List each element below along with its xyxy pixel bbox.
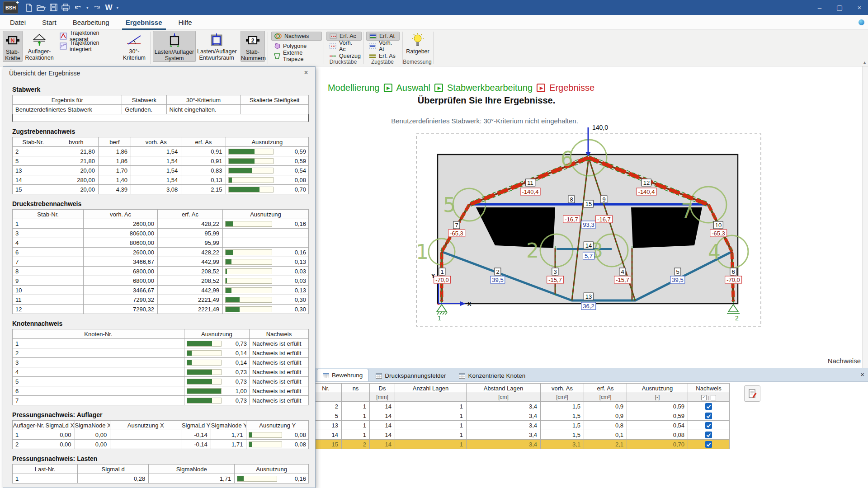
table-row[interactable]: 1520,004,393,082,150,70 — [13, 185, 309, 194]
kriterium-30-button[interactable]: 30°-Kriterium — [121, 31, 147, 61]
member-id[interactable]: 6 — [730, 268, 736, 276]
table-row[interactable]: 20,14Nachweis ist erfüllt — [13, 348, 309, 358]
table-row[interactable]: 127290,322221,490,30 — [13, 305, 309, 314]
table-row[interactable]: 117290,322221,490,30 — [13, 295, 309, 305]
redo-icon[interactable] — [93, 4, 101, 11]
customize-toolbar-icon[interactable]: ▾ — [117, 5, 119, 10]
help-icon[interactable] — [859, 19, 864, 25]
open-file-icon[interactable] — [37, 4, 46, 11]
tab-datei[interactable]: Datei — [2, 15, 34, 30]
print-icon[interactable] — [61, 4, 70, 11]
table-row[interactable]: 10,000,00-0,141,710,08 — [13, 430, 309, 440]
tab-bearbeitung[interactable]: Bearbeitung — [65, 15, 118, 30]
window-title[interactable]: Übersicht der Ergebnisse — [3, 67, 315, 79]
member-id[interactable]: 7 — [453, 221, 460, 229]
table-row[interactable]: 103466,67442,990,13 — [13, 286, 309, 295]
step-auswahl[interactable]: Auswahl — [396, 83, 430, 93]
trajektorien-integriert-button[interactable]: Trajektorien integriert — [57, 42, 113, 51]
table-row[interactable]: 10,281,710,16 — [13, 474, 309, 483]
tab-druckspannungsfelder[interactable]: Druckspannungsfelder — [370, 370, 452, 381]
nachweis-checkbox[interactable] — [705, 413, 712, 419]
table-row[interactable]: 211413,41,50,90,59 — [310, 402, 730, 411]
trajektorien-separat-button[interactable]: Trajektorien separat — [57, 32, 113, 41]
nachweise-label[interactable]: Nachweise — [828, 357, 861, 365]
table-row[interactable]: 380600,0095,99 — [13, 229, 309, 238]
vorh-ac-button[interactable]: Vorh. Ac — [326, 42, 362, 51]
member-id[interactable]: 10 — [713, 221, 723, 229]
ribbon-collapse-icon[interactable]: ▴ — [863, 60, 866, 65]
member-id[interactable]: 5 — [674, 268, 681, 276]
undo-dropdown-icon[interactable]: ▾ — [86, 5, 89, 10]
member-id[interactable]: 11 — [525, 179, 535, 187]
nachweis-checkbox[interactable] — [705, 432, 712, 438]
member-id[interactable]: 15 — [584, 200, 594, 208]
tab-start[interactable]: Start — [34, 15, 65, 30]
polygone-button[interactable]: Polygone — [271, 42, 322, 51]
table-row[interactable]: 480600,0095,99 — [13, 238, 309, 248]
ratgeber-button[interactable]: Ratgeber — [405, 31, 430, 55]
table-row[interactable]: 1311413,41,50,80,54 — [310, 421, 730, 430]
table-row[interactable]: 40,73Nachweis ist erfüllt — [13, 367, 309, 377]
lasten-auflager-entwurfsraum-button[interactable]: Lasten/AuflagerEntwurfsraum — [197, 31, 236, 61]
table-row[interactable]: 20,000,00-0,141,710,08 — [13, 440, 309, 449]
table-row[interactable]: Benutzerdefiniertes StabwerkGefunden.Nic… — [13, 105, 309, 114]
member-id[interactable]: 3 — [552, 268, 558, 276]
table-row[interactable]: 61,00Nachweis ist erfüllt — [13, 386, 309, 396]
member-id[interactable]: 14 — [584, 242, 594, 249]
tab-ergebnisse[interactable]: Ergebnisse — [118, 15, 170, 30]
word-export-icon[interactable]: W — [105, 3, 113, 12]
table-row[interactable]: 10,73Nachweis ist erfüllt — [13, 339, 309, 348]
table-row[interactable]: 73466,67442,990,13 — [13, 257, 309, 267]
stab-kraefte-button[interactable]: N Stab-Kräfte — [3, 31, 23, 62]
step-stabwerkbearbeitung[interactable]: Stabwerkbearbeitung — [447, 83, 533, 93]
table-row[interactable]: 14280,001,401,540,130,08 — [13, 175, 309, 185]
stab-nummern-button[interactable]: 2 Stab-Nummern — [241, 31, 265, 62]
tab-hilfe[interactable]: Hilfe — [170, 15, 200, 30]
table-row[interactable]: 86800,00208,520,03 — [13, 267, 309, 276]
tab-konzentrierte-knoten[interactable]: Konzentrierte Knoten — [453, 370, 531, 381]
undo-icon[interactable] — [74, 4, 82, 11]
nachweis-checkbox[interactable] — [705, 422, 712, 429]
save-icon[interactable] — [50, 4, 57, 11]
new-file-icon[interactable] — [25, 4, 33, 12]
member-id[interactable]: 13 — [584, 293, 594, 300]
step-ergebnisse[interactable]: Ergebnisse — [549, 83, 594, 93]
close-icon[interactable]: × — [302, 69, 310, 77]
externe-trapeze-button[interactable]: Externe Trapeze — [271, 52, 322, 61]
table-row[interactable]: 62600,00428,220,16 — [13, 248, 309, 257]
nachweis-button[interactable]: Nachweis — [271, 32, 322, 41]
close-button[interactable]: × — [855, 4, 863, 11]
table-row[interactable]: 221,801,861,540,910,59 — [13, 147, 309, 156]
table-row[interactable]: 12600,00428,220,16 — [13, 219, 309, 229]
table-row[interactable]: 70,73Nachweis ist erfüllt — [13, 396, 309, 405]
table-row[interactable]: 30,14Nachweis ist erfüllt — [13, 358, 309, 367]
member-id[interactable]: 1 — [439, 268, 445, 276]
table-row[interactable]: 521,801,861,540,910,59 — [13, 156, 309, 166]
table-row[interactable]: 1521413,43,12,10,70 — [310, 440, 730, 449]
step-modellierung[interactable]: Modellierung — [328, 83, 380, 93]
table-row[interactable]: 511413,41,50,90,59 — [310, 411, 730, 421]
member-id[interactable]: 12 — [642, 179, 651, 187]
report-button[interactable] — [744, 385, 760, 402]
maximize-button[interactable]: ▢ — [835, 4, 844, 12]
erf-at-button[interactable]: Erf. At — [366, 32, 400, 41]
member-id[interactable]: 8 — [568, 196, 575, 203]
close-panel-icon[interactable]: × — [860, 371, 864, 378]
table-row[interactable]: 96800,00208,520,03 — [13, 276, 309, 286]
lasten-auflager-system-button[interactable]: Lasten/AuflagerSystem — [153, 31, 196, 62]
cell: 4,39 — [98, 185, 131, 194]
member-id[interactable]: 9 — [600, 196, 607, 203]
nachweis-checkbox[interactable] — [705, 403, 712, 410]
tab-bewehrung[interactable]: Bewehrung — [317, 369, 368, 381]
table-row[interactable]: 1320,001,701,540,830,54 — [13, 166, 309, 175]
member-id[interactable]: 2 — [494, 268, 501, 276]
auflager-reaktionen-button[interactable]: Auflager-Reaktionen — [24, 31, 55, 61]
member-id[interactable]: 4 — [619, 268, 626, 276]
table-row[interactable]: 50,73Nachweis ist erfüllt — [13, 377, 309, 386]
minimize-button[interactable]: – — [816, 4, 824, 11]
nachweis-checkbox[interactable] — [705, 441, 712, 448]
vorh-at-button[interactable]: Vorh. At — [366, 42, 400, 51]
strut-tie-model-canvas[interactable]: 140,0 1 2 3 4 5 6 7 11 -140,4 12 -140,4 … — [416, 120, 761, 328]
table-row[interactable]: 1411413,41,50,10,08 — [310, 430, 730, 440]
erf-ac-button[interactable]: Erf. Ac — [326, 32, 362, 41]
